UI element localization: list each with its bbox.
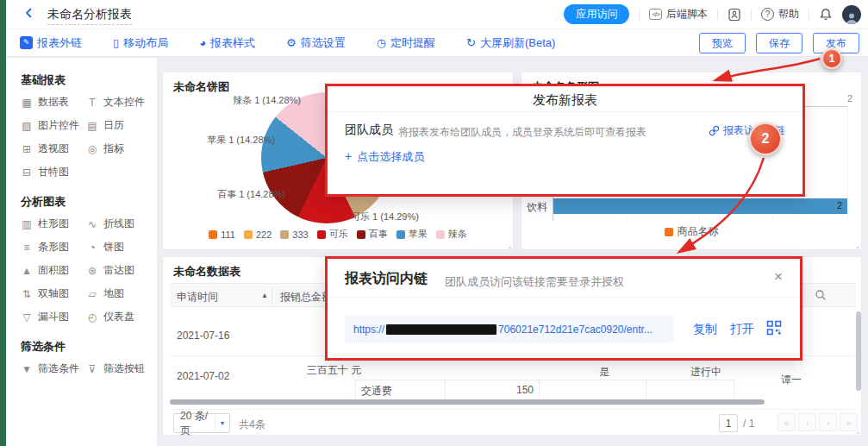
inner-link-dialog: 报表访问内链 团队成员访问该链接需要登录并授权 × https:// 70602… [325, 256, 802, 361]
legend-item[interactable]: 百事 [357, 228, 388, 241]
resize-handle[interactable]: ⌟ [508, 241, 511, 249]
sidebar-widget-item[interactable]: T 文本控件 [86, 95, 152, 110]
first-page-button[interactable]: « [777, 413, 796, 431]
sidebar-section-title: 分析图表 [6, 194, 157, 210]
open-button[interactable]: 打开 [730, 322, 754, 337]
sidebar-widget-item[interactable]: ≡ 条形图 [21, 240, 86, 254]
table-row-status[interactable]: 进行中 [690, 365, 721, 380]
sidebar-widget-item[interactable]: ▽ 漏斗图 [21, 310, 86, 324]
sidebar-widget-item[interactable]: ◎ 指标 [86, 141, 152, 156]
legend-swatch [397, 230, 405, 239]
sidebar-widget-item[interactable]: ▦ 数据表 [21, 95, 86, 110]
horizontal-scrollbar[interactable] [170, 399, 765, 405]
widget-icon: ⊟ [21, 166, 33, 179]
sidebar-widget-item[interactable]: ⊞ 透视图 [21, 141, 86, 156]
add-member-button[interactable]: +点击选择成员 [345, 149, 424, 165]
page-size-value: 20 条/页 [174, 409, 215, 438]
sidebar-widget-item[interactable]: ∿ 折线图 [86, 217, 152, 231]
sort-asc-icon[interactable]: ▲ [261, 292, 268, 299]
column-header-amount[interactable]: 报销总金额 [280, 290, 332, 305]
widget-label: 甘特图 [38, 165, 69, 179]
widget-label: 折线图 [103, 217, 134, 231]
widget-icon: ⊽ [86, 363, 98, 375]
widget-label: 面积图 [38, 263, 69, 278]
widget-label: 饼图 [103, 240, 124, 254]
legend-item[interactable]: 辣条 [436, 228, 467, 241]
sidebar-widget-item[interactable]: ◔ 饼图 [86, 240, 152, 254]
subtable-expense-amount[interactable]: 150 [447, 384, 534, 396]
subtable-border [646, 380, 646, 399]
table-row-flag[interactable]: 是 [599, 365, 609, 380]
close-icon[interactable]: × [774, 268, 783, 286]
sidebar-widget-item[interactable]: ⇅ 双轴图 [21, 286, 86, 301]
toolbar-item[interactable]: ◷ 定时提醒 [377, 35, 435, 51]
qr-code-button[interactable] [766, 320, 782, 339]
sidebar-section-filters: ▼ 筛选条件 ⊽ 筛选按钮 [6, 361, 157, 376]
sidebar-widget-item[interactable]: ⊛ 雷达图 [86, 263, 152, 278]
bar-value-label: 2 [821, 200, 842, 210]
bar-legend[interactable]: 商品名称 [521, 224, 861, 239]
widget-icon: ▼ [21, 363, 33, 375]
resize-handle[interactable]: ⌟ [856, 426, 859, 435]
pie-label-pingguo: 苹果 1 (14.28%) [178, 134, 275, 147]
sidebar-widget-item[interactable]: ▤ 日历 [86, 118, 152, 133]
widget-label: 数据表 [38, 95, 69, 110]
frame-edge [0, 0, 6, 446]
backend-script-button[interactable]: </> 后端脚本 [649, 7, 708, 22]
action-button[interactable]: 预览 [699, 33, 746, 53]
question-icon: ? [761, 8, 774, 21]
report-title[interactable]: 未命名分析报表 [47, 7, 132, 25]
legend-label: 辣条 [448, 228, 467, 241]
vertical-scrollbar[interactable] [856, 311, 861, 391]
link-icon [709, 125, 720, 136]
legend-label: 222 [256, 229, 272, 240]
sidebar-widget-item[interactable]: ▨ 图片控件 [21, 118, 86, 133]
sidebar-widget-item[interactable]: ⊟ 甘特图 [21, 165, 86, 179]
toolbar-item[interactable]: ▯ 移动布局 [113, 35, 168, 51]
sidebar-widget-item[interactable]: ▱ 地图 [86, 286, 152, 301]
divider [717, 9, 718, 21]
notifications-button[interactable] [819, 8, 833, 22]
legend-label: 333 [292, 229, 308, 240]
legend-item[interactable]: 苹果 [397, 228, 428, 241]
user-avatar[interactable] [842, 5, 861, 24]
legend-item[interactable]: 333 [280, 229, 308, 240]
help-button[interactable]: ? 帮助 [761, 7, 799, 22]
toolbar-item-label: 报表外链 [37, 35, 82, 51]
bar-series-rect[interactable] [553, 198, 847, 214]
page-number-input[interactable]: 1 [719, 414, 738, 432]
sidebar-widget-item[interactable]: ▥ 柱形图 [21, 217, 86, 231]
sidebar-widget-item[interactable]: ◴ 仪表盘 [86, 310, 152, 324]
table-row-person[interactable]: 谭一 [781, 373, 802, 387]
subtable-expense-type[interactable]: 交通费 [361, 384, 392, 399]
toolbar-item[interactable]: ◕ 报表样式 [199, 35, 255, 51]
sidebar-widget-item[interactable]: ⊽ 筛选按钮 [86, 361, 152, 376]
table-row-date[interactable]: 2021-07-16 [177, 330, 229, 342]
page-size-select[interactable]: 20 条/页 ▼ [173, 413, 230, 433]
subtable-border [355, 380, 356, 399]
next-page-button[interactable]: › [819, 413, 837, 431]
sidebar-widget-item[interactable]: ▲ 面积图 [21, 263, 86, 278]
toolbar-item[interactable]: ⚙ 筛选设置 [286, 35, 346, 51]
sidebar-widget-item[interactable]: ▼ 筛选条件 [21, 361, 86, 376]
toolbar-item[interactable]: ↻ 大屏刷新(Beta) [466, 35, 555, 51]
prev-page-button[interactable]: ‹ [798, 413, 816, 431]
table-row-amount[interactable]: 三百五十 元 [273, 363, 361, 378]
legend-item[interactable]: 111 [209, 229, 235, 240]
app-access-button[interactable]: 应用访问 [564, 4, 629, 24]
contacts-button[interactable] [727, 8, 741, 22]
resize-handle[interactable]: ⌟ [856, 241, 859, 249]
report-url-field[interactable]: https:// 706021e712d21e7cac0920/entr... [345, 316, 674, 342]
divider [809, 9, 809, 21]
column-header-date[interactable]: 申请时间 [177, 290, 218, 305]
back-button[interactable] [23, 7, 37, 21]
table-row-date[interactable]: 2021-07-02 [177, 370, 229, 382]
search-icon[interactable] [815, 289, 827, 305]
copy-button[interactable]: 复制 [693, 322, 717, 337]
legend-item[interactable]: 222 [244, 229, 272, 240]
legend-item[interactable]: 可乐 [317, 228, 348, 241]
toolbar-item[interactable]: ✎ 报表外链 [20, 35, 82, 51]
table-panel-title: 未命名数据表 [173, 264, 240, 280]
toolbar-item-label: 报表样式 [210, 35, 255, 51]
action-button[interactable]: 保存 [756, 33, 802, 53]
